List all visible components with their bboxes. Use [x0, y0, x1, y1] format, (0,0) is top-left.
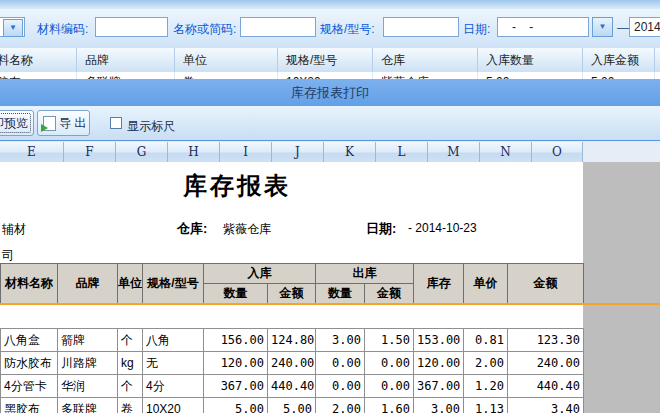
report-cell: 120.00 [414, 352, 464, 375]
report-table-body: 八角盒箭牌个八角156.00124.803.001.50153.000.8112… [0, 328, 584, 413]
bg-header-cell: 入库数量 [478, 48, 583, 72]
report-cell: 华润 [58, 375, 118, 398]
window-top-strip [0, 0, 660, 9]
report-cell: 1.13 [464, 398, 508, 413]
report-cell: 个 [118, 375, 143, 398]
spec-label: 规格/型号: [320, 21, 375, 38]
spec-input[interactable] [383, 17, 459, 37]
header-cell: 单价 [464, 264, 508, 304]
band-indicator-line [0, 303, 660, 305]
name-or-code-label: 名称或简码: [173, 21, 236, 38]
header-cell: 品牌 [58, 264, 118, 304]
report-cell: 无 [143, 352, 204, 375]
column-header-I[interactable]: I [220, 142, 272, 163]
filter-toolbar: ▼ 材料编码: 名称或简码: 规格/型号: 日期: - - ▼ — 2014- [0, 9, 660, 49]
report-row: 黑胶布多联牌卷10X205.005.002.001.603.001.133.40 [1, 398, 584, 413]
report-date-value: - 2014-10-23 [408, 221, 477, 235]
report-table-header: 材料名称 品牌 单位 规格/型号 入库 出库 库存 单价 金额 数量 金额 数量 [0, 263, 584, 304]
report-cell: 箭牌 [58, 329, 118, 352]
bg-header-cell-label: 单位 [183, 53, 207, 67]
report-cell: 3.00 [414, 398, 464, 413]
column-header-G[interactable]: G [116, 142, 168, 163]
date-to-input[interactable]: 2014- [629, 17, 660, 37]
bg-header-cell: 仓库 [373, 48, 478, 72]
bg-header-cell-label: 材料名称 [0, 53, 33, 67]
warehouse-value: 紫薇仓库 [223, 221, 271, 238]
report-cell: 240.00 [268, 352, 316, 375]
preview-area[interactable]: 库存报表 辅材 司 仓库: 紫薇仓库 日期: - 2014-10-23 材料名称… [0, 162, 660, 413]
column-header-O[interactable]: O [532, 142, 583, 163]
header-cell: 库存 [414, 264, 464, 304]
column-header-K[interactable]: K [324, 142, 376, 163]
header-cell: 出库 [316, 264, 414, 284]
report-cell: 多联牌 [58, 398, 118, 413]
left-dropdown[interactable]: ▼ [0, 17, 25, 37]
print-preview-button[interactable]: 打印预览 [0, 110, 34, 136]
column-header-F[interactable]: F [64, 142, 116, 163]
report-cell: 0.00 [316, 375, 365, 398]
header-cell: 规格/型号 [143, 264, 204, 304]
bg-header-cell: 品牌 [77, 48, 175, 72]
bg-header-cell: 入库金额 [583, 48, 655, 72]
report-cell: 1.20 [464, 375, 508, 398]
report-cell: 0.81 [464, 329, 508, 352]
report-cell: 4分管卡 [1, 375, 58, 398]
print-dialog: 库存报表打印 打印预览 导 出 显示标尺 EFGHIJKLMNO 库存报表 辅材… [0, 79, 660, 413]
bg-header-cell [655, 48, 660, 72]
column-header-J[interactable]: J [272, 142, 324, 163]
show-ruler-checkbox[interactable] [110, 117, 122, 129]
column-header-E[interactable]: E [0, 142, 64, 163]
header-cell: 数量 [204, 284, 268, 304]
material-code-input[interactable] [95, 17, 168, 37]
spreadsheet-column-strip: EFGHIJKLMNO [0, 140, 660, 162]
header-cell: 金额 [365, 284, 414, 304]
report-row: 八角盒箭牌个八角156.00124.803.001.50153.000.8112… [1, 329, 584, 352]
header-cell: 数量 [316, 284, 365, 304]
report-cell: 防水胶布 [1, 352, 58, 375]
date-chevron-down-icon[interactable]: ▼ [592, 17, 613, 37]
report-cell: 0.00 [365, 352, 414, 375]
report-cell: 2.00 [316, 398, 365, 413]
header-cell: 金额 [268, 284, 316, 304]
report-cell: 156.00 [204, 329, 268, 352]
bg-header-cell: 单位 [175, 48, 278, 72]
report-cell: 个 [118, 329, 143, 352]
report-rows: 八角盒箭牌个八角156.00124.803.001.50153.000.8112… [1, 329, 584, 413]
bg-header-cell-label: 规格/型号 [286, 53, 337, 67]
dialog-title-bar[interactable]: 库存报表打印 [0, 79, 660, 106]
bg-header-cell-label: 入库金额 [591, 53, 639, 67]
column-header-L[interactable]: L [376, 142, 428, 163]
name-or-code-input[interactable] [240, 17, 316, 37]
column-header-N[interactable]: N [480, 142, 532, 163]
company-text-fragment: 辅材 [2, 221, 26, 238]
report-cell: 367.00 [204, 375, 268, 398]
header-cell: 材料名称 [1, 264, 58, 304]
report-cell: 川路牌 [58, 352, 118, 375]
date-from-input[interactable]: - - [497, 17, 589, 37]
report-cell: 120.00 [204, 352, 268, 375]
export-button[interactable]: 导 出 [37, 110, 90, 136]
report-cell: 123.30 [508, 329, 584, 352]
report-cell: 八角盒 [1, 329, 58, 352]
export-document-icon [43, 116, 56, 131]
focus-rect [0, 113, 31, 133]
report-row: 防水胶布川路牌kg无120.00240.000.000.00120.002.00… [1, 352, 584, 375]
warehouse-label: 仓库: [177, 220, 207, 238]
report-cell: 3.00 [316, 329, 365, 352]
report-cell: 153.00 [414, 329, 464, 352]
report-cell: 10X20 [143, 398, 204, 413]
header-cell: 入库 [204, 264, 316, 284]
report-cell: 367.00 [414, 375, 464, 398]
bg-header-cell-label: 仓库 [381, 53, 405, 67]
date-range-separator: — [617, 21, 629, 35]
report-cell: 440.40 [508, 375, 584, 398]
header-cell: 单位 [118, 264, 143, 304]
report-cell: 八角 [143, 329, 204, 352]
report-cell: 0.00 [316, 352, 365, 375]
report-cell: 3.40 [508, 398, 584, 413]
column-header-H[interactable]: H [168, 142, 220, 163]
bg-header-cell: 规格/型号 [278, 48, 373, 72]
column-header-M[interactable]: M [428, 142, 480, 163]
show-ruler-label: 显示标尺 [127, 118, 175, 135]
chevron-down-icon[interactable]: ▼ [3, 19, 23, 37]
